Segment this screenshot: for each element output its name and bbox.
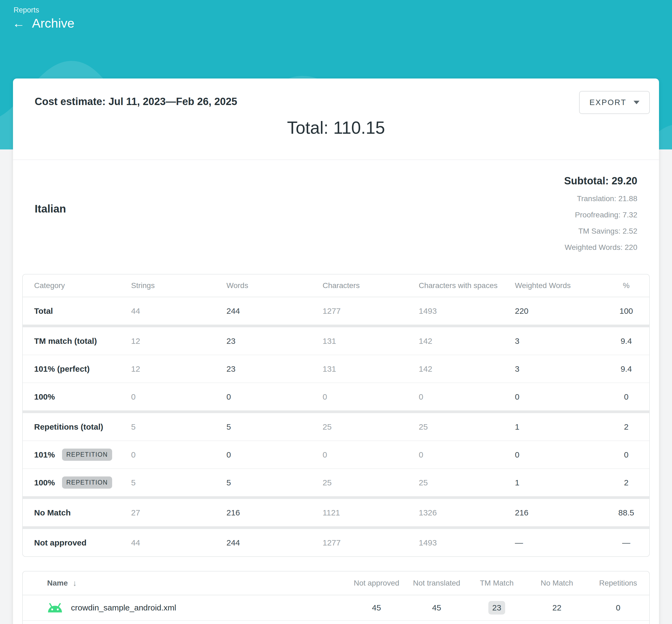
category-cell: 1 <box>515 478 615 487</box>
category-label: No Match <box>34 508 71 517</box>
category-column-header: Weighted Words <box>515 281 615 290</box>
category-cell: 5 <box>226 478 323 487</box>
table-row: Not approved4424412771493—— <box>23 529 649 556</box>
files-table-body: crowdin_sample_android.xml454523220 5 cr… <box>23 595 649 624</box>
files-column-header[interactable]: Name <box>47 579 68 588</box>
subtotal-block: Subtotal: 29.20 Translation: 21.88Proofr… <box>564 160 637 252</box>
category-cell: 0 <box>131 450 226 460</box>
category-cell: 2 <box>615 422 638 432</box>
category-cell: 1277 <box>323 538 419 547</box>
category-cell: 142 <box>419 337 515 346</box>
file-cell: 23 <box>467 601 527 615</box>
files-table: Name↓Not approvedNot translatedTM MatchN… <box>22 571 650 624</box>
category-cell: 0 <box>515 392 615 401</box>
export-button-label: EXPORT <box>589 98 626 107</box>
category-cell: 25 <box>323 478 419 487</box>
category-cell: 44 <box>131 538 226 547</box>
language-section: Italian Subtotal: 29.20 Translation: 21.… <box>13 160 659 252</box>
category-cell: 100 <box>615 307 638 316</box>
file-cell: 22 <box>527 603 587 613</box>
file-cell: 45 <box>406 603 467 613</box>
category-cell: 2 <box>615 478 638 487</box>
row-separator <box>23 410 649 413</box>
category-cell: 131 <box>323 364 419 373</box>
category-cell: 142 <box>419 364 515 373</box>
category-cell: 3 <box>515 364 615 373</box>
file-name[interactable]: crowdin_sample_android.xml <box>71 603 176 613</box>
category-cell: 0 <box>226 450 323 460</box>
category-cell: 216 <box>226 508 323 517</box>
category-column-header: Strings <box>131 281 226 290</box>
category-cell: 0 <box>323 392 419 401</box>
category-cell: 1 <box>515 422 615 432</box>
files-column-header: Repetitions <box>587 579 649 588</box>
category-column-header: Characters <box>323 281 419 290</box>
category-table-header: CategoryStringsWordsCharactersCharacters… <box>23 275 649 297</box>
category-cell: 0 <box>226 392 323 401</box>
file-cell: 0 <box>587 603 649 613</box>
category-cell: 1493 <box>419 538 515 547</box>
file-row[interactable]: 5 crowdin_sample_webpage.html19919901945 <box>23 620 649 624</box>
category-cell: 9.4 <box>615 364 638 373</box>
subtotal-details: Translation: 21.88Proofreading: 7.32TM S… <box>564 194 637 252</box>
category-cell: 27 <box>131 508 226 517</box>
category-column-header: % <box>615 281 638 290</box>
table-row: Total4424412771493220100 <box>23 297 649 324</box>
table-row: No Match272161121132621688.5 <box>23 499 649 526</box>
category-cell: 131 <box>323 337 419 346</box>
category-cell: 0 <box>131 392 226 401</box>
subtotal-detail-line: TM Savings: 2.52 <box>564 227 637 236</box>
category-label: Total <box>34 307 53 316</box>
category-cell: 220 <box>515 307 615 316</box>
category-label: Repetitions (total) <box>34 422 103 432</box>
table-row: 100%REPETITION55252512 <box>23 469 649 496</box>
category-cell: 12 <box>131 364 226 373</box>
category-cell: 0 <box>419 450 515 460</box>
category-cell: 25 <box>323 422 419 432</box>
category-cell: 1493 <box>419 307 515 316</box>
row-separator <box>23 496 649 499</box>
files-table-header: Name↓Not approvedNot translatedTM MatchN… <box>23 571 649 595</box>
category-cell: 5 <box>131 422 226 432</box>
file-row[interactable]: crowdin_sample_android.xml454523220 <box>23 595 649 620</box>
table-row: Repetitions (total)55252512 <box>23 413 649 440</box>
category-cell: 1326 <box>419 508 515 517</box>
export-button[interactable]: EXPORT <box>579 91 650 114</box>
back-arrow-icon[interactable]: ← <box>11 16 26 31</box>
category-cell: — <box>615 538 638 547</box>
category-table: CategoryStringsWordsCharactersCharacters… <box>22 274 650 557</box>
category-label: 101% <box>34 450 55 460</box>
table-row: 101% (perfect)122313114239.4 <box>23 355 649 383</box>
category-cell: 244 <box>226 307 323 316</box>
page-title: Archive <box>32 16 74 31</box>
category-table-body: Total4424412771493220100TM match (total)… <box>23 297 649 556</box>
category-cell: 23 <box>226 364 323 373</box>
report-summary-section: Cost estimate: Jul 11, 2023—Feb 26, 2025… <box>13 79 659 160</box>
language-name: Italian <box>35 203 66 215</box>
repetition-badge: REPETITION <box>62 448 112 461</box>
row-separator <box>23 324 649 327</box>
subtotal-detail-line: Proofreading: 7.32 <box>564 211 637 219</box>
sort-descending-icon[interactable]: ↓ <box>73 578 77 588</box>
category-cell: 12 <box>131 337 226 346</box>
breadcrumb[interactable]: Reports <box>14 6 39 14</box>
category-cell: 5 <box>131 478 226 487</box>
category-column-header: Characters with spaces <box>419 281 515 290</box>
category-label: 101% (perfect) <box>34 364 90 373</box>
files-column-header: Not approved <box>346 579 406 588</box>
category-cell: 0 <box>615 450 638 460</box>
category-cell: 1121 <box>323 508 419 517</box>
file-cell: 45 <box>346 603 406 613</box>
category-cell: — <box>515 538 615 547</box>
android-file-icon <box>47 603 64 613</box>
subtotal-detail-line: Translation: 21.88 <box>564 194 637 203</box>
category-column-header: Category <box>34 281 131 290</box>
table-row: TM match (total)122313114239.4 <box>23 327 649 355</box>
table-row: 101%REPETITION000000 <box>23 441 649 468</box>
page-title-row: ← Archive <box>11 16 74 31</box>
category-cell: 25 <box>419 422 515 432</box>
category-cell: 244 <box>226 538 323 547</box>
category-cell: 44 <box>131 307 226 316</box>
table-row: 100%000000 <box>23 383 649 410</box>
category-column-header: Words <box>226 281 323 290</box>
